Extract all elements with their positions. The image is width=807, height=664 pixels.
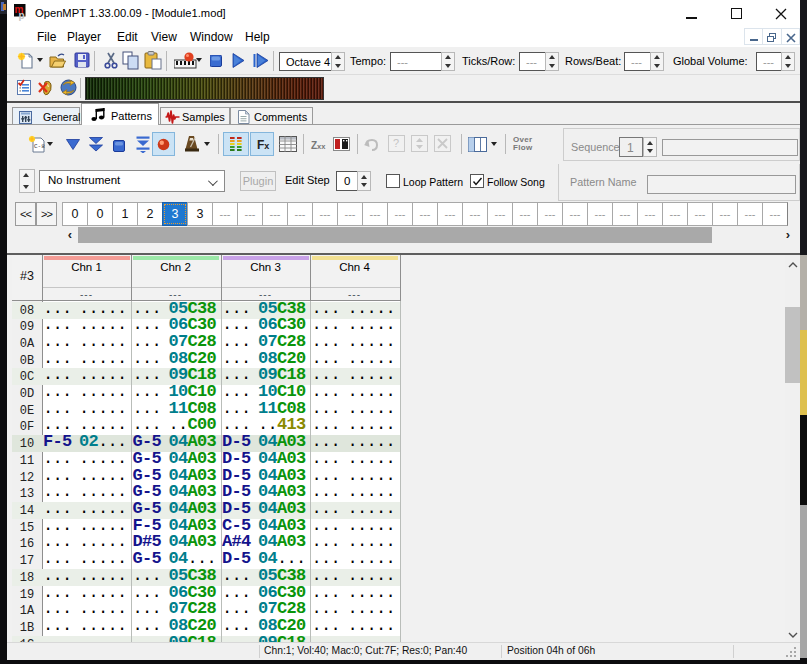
svg-text:p: p xyxy=(19,10,25,21)
svg-text:?: ? xyxy=(393,137,399,149)
svg-text:C-8: C-8 xyxy=(34,143,45,150)
